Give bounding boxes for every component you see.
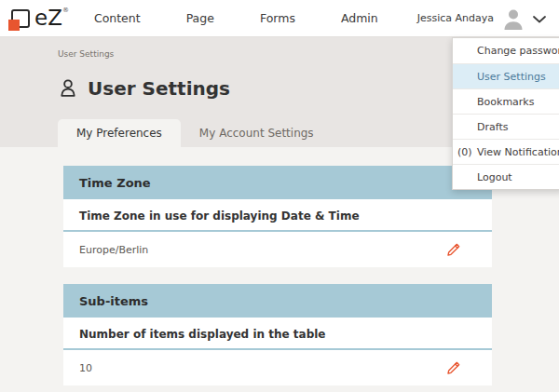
tab-my-account-settings[interactable]: My Account Settings [181, 119, 333, 147]
section-body: Number of items displayed in the table 1… [63, 318, 492, 385]
tab-bar: My Preferences My Account Settings [58, 119, 333, 147]
chevron-down-icon [533, 14, 546, 23]
user-dropdown-menu: Change password User Settings Bookmarks … [452, 37, 559, 190]
field-row: Europe/Berlin [63, 232, 492, 267]
nav-item-forms[interactable]: Forms [260, 11, 295, 25]
edit-sub-items-button[interactable] [446, 360, 461, 375]
field-label: Number of items displayed in the table [63, 318, 492, 350]
field-label: Time Zone in use for displaying Date & T… [63, 199, 492, 232]
nav-item-content[interactable]: Content [94, 11, 141, 25]
nav-item-page[interactable]: Page [186, 11, 214, 25]
section-header: Sub-items [63, 284, 492, 318]
edit-time-zone-button[interactable] [446, 242, 461, 257]
ez-logo-icon [11, 9, 30, 28]
user-icon [58, 78, 78, 99]
section-sub-items: Sub-items Number of items displayed in t… [63, 284, 492, 385]
menu-item-logout[interactable]: Logout [453, 164, 559, 189]
section-time-zone: Time Zone Time Zone in use for displayin… [63, 166, 492, 267]
main-nav: Content Page Forms Admin [94, 11, 378, 25]
menu-item-drafts[interactable]: Drafts [453, 114, 559, 139]
section-header: Time Zone [63, 166, 492, 199]
user-avatar-icon [502, 7, 525, 30]
field-value: 10 [79, 362, 92, 374]
field-value: Europe/Berlin [79, 244, 148, 256]
user-menu-trigger[interactable]: Jessica Andaya [417, 7, 546, 30]
pencil-icon [446, 242, 461, 257]
nav-item-admin[interactable]: Admin [341, 11, 378, 25]
menu-item-bookmarks[interactable]: Bookmarks [453, 88, 559, 114]
tab-my-preferences[interactable]: My Preferences [58, 119, 181, 147]
notification-count: (0) [457, 140, 472, 165]
menu-item-user-settings[interactable]: User Settings [453, 63, 559, 88]
page-title: User Settings [88, 77, 230, 100]
ez-logo-text: eZ® [34, 7, 69, 29]
field-row: 10 [63, 350, 492, 385]
registered-mark: ® [62, 7, 69, 14]
top-bar: eZ® Content Page Forms Admin Jessica And… [0, 0, 559, 37]
menu-item-change-password[interactable]: Change password [453, 38, 559, 63]
section-body: Time Zone in use for displaying Date & T… [63, 199, 492, 267]
ez-logo[interactable]: eZ® [11, 7, 69, 29]
pencil-icon [446, 360, 461, 375]
menu-item-view-notifications[interactable]: (0)View Notifications [453, 139, 559, 164]
user-name: Jessica Andaya [417, 12, 494, 24]
